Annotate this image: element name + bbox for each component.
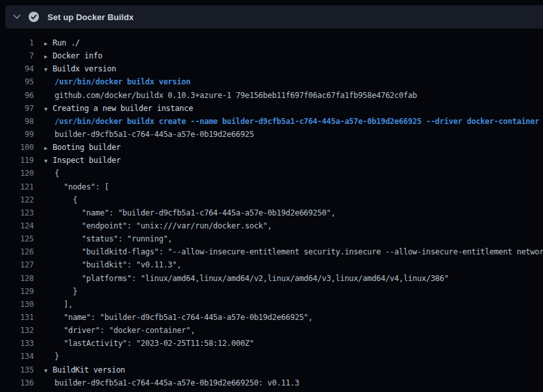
- log-line[interactable]: 119 ▼Inspect builder: [0, 154, 543, 167]
- line-content: "name": "builder-d9cfb5a1-c764-445a-a57e…: [44, 206, 543, 219]
- line-content: ▼BuildKit version: [44, 363, 543, 376]
- line-content: ▶Docker info: [44, 49, 543, 62]
- line-text: "buildkitd-flags": "--allow-insecure-ent…: [55, 247, 543, 256]
- line-number[interactable]: 94: [0, 62, 34, 75]
- log-line: 128 "platforms": "linux/amd64,linux/amd6…: [0, 272, 543, 285]
- triangle-expanded-icon[interactable]: ▼: [44, 154, 53, 167]
- line-number[interactable]: 133: [0, 337, 34, 350]
- line-content: }: [44, 350, 543, 363]
- line-content: builder-d9cfb5a1-c764-445a-a57e-0b19d2e6…: [44, 376, 543, 389]
- line-text: "nodes": [: [55, 182, 109, 191]
- log-line: 120 {: [0, 167, 543, 180]
- triangle-collapsed-icon[interactable]: ▶: [44, 37, 53, 49]
- log-line: 96 github.com/docker/buildx 0.10.3+azure…: [0, 89, 543, 102]
- line-text: Inspect builder: [53, 156, 121, 165]
- line-number[interactable]: 97: [0, 102, 34, 115]
- line-number[interactable]: 96: [0, 89, 34, 102]
- line-number[interactable]: 129: [0, 285, 34, 298]
- log-line: 121 "nodes": [: [0, 180, 543, 193]
- line-number[interactable]: 125: [0, 232, 34, 245]
- line-content: "lastActivity": "2023-02-25T11:58:12.000…: [44, 337, 543, 350]
- line-text: builder-d9cfb5a1-c764-445a-a57e-0b19d2e6…: [55, 378, 299, 387]
- line-number[interactable]: 127: [0, 258, 34, 271]
- log-line: 132 "driver": "docker-container",: [0, 324, 543, 337]
- line-content: "name": "builder-d9cfb5a1-c764-445a-a57e…: [44, 311, 543, 324]
- line-content: ▶Run ./: [44, 36, 543, 49]
- line-number[interactable]: 95: [0, 75, 34, 88]
- log-line: 124 "endpoint": "unix:///var/run/docker.…: [0, 219, 543, 232]
- line-number[interactable]: 1: [0, 36, 34, 49]
- line-number[interactable]: 136: [0, 376, 34, 389]
- triangle-expanded-icon[interactable]: ▼: [44, 63, 53, 75]
- line-text: }: [55, 352, 59, 361]
- log-line: 98 /usr/bin/docker buildx create --name …: [0, 115, 543, 128]
- line-number[interactable]: 98: [0, 115, 34, 128]
- line-content: "buildkitd-flags": "--allow-insecure-ent…: [44, 245, 543, 258]
- log-line[interactable]: 135 ▼BuildKit version: [0, 363, 543, 376]
- triangle-collapsed-icon[interactable]: ▶: [44, 141, 53, 154]
- line-content: github.com/docker/buildx 0.10.3+azure-1 …: [44, 89, 543, 102]
- line-text: "name": "builder-d9cfb5a1-c764-445a-a57e…: [55, 313, 313, 322]
- triangle-collapsed-icon[interactable]: ▶: [44, 50, 53, 62]
- line-number[interactable]: 124: [0, 219, 34, 232]
- log-line[interactable]: 1 ▶Run ./: [0, 36, 543, 49]
- line-text: "name": "builder-d9cfb5a1-c764-445a-a57e…: [55, 208, 335, 217]
- line-text: github.com/docker/buildx 0.10.3+azure-1 …: [55, 91, 417, 100]
- line-content: ▼Buildx version: [44, 62, 543, 75]
- log-line[interactable]: 7 ▶Docker info: [0, 49, 543, 62]
- line-number[interactable]: 135: [0, 363, 34, 376]
- log-line: 131 "name": "builder-d9cfb5a1-c764-445a-…: [0, 311, 543, 324]
- log-line: 127 "buildkit": "v0.11.3",: [0, 258, 543, 271]
- line-text: ],: [55, 300, 73, 309]
- line-number[interactable]: 7: [0, 49, 34, 62]
- line-number[interactable]: 120: [0, 167, 34, 180]
- line-number[interactable]: 132: [0, 324, 34, 337]
- line-number[interactable]: 134: [0, 350, 34, 363]
- line-text: {: [55, 195, 77, 204]
- log-line: 134 }: [0, 350, 543, 363]
- line-content: "nodes": [: [44, 180, 543, 193]
- line-text: "status": "running",: [55, 234, 172, 243]
- log-line: 126 "buildkitd-flags": "--allow-insecure…: [0, 245, 543, 258]
- line-text: /usr/bin/docker buildx version: [55, 77, 190, 86]
- line-number[interactable]: 126: [0, 245, 34, 258]
- line-number[interactable]: 131: [0, 311, 34, 324]
- chevron-down-icon[interactable]: [12, 12, 22, 22]
- line-number[interactable]: 99: [0, 128, 34, 141]
- step-title: Set up Docker Buildx: [47, 12, 134, 22]
- log-line: 129 }: [0, 285, 543, 298]
- line-text: /usr/bin/docker buildx create --name bui…: [55, 117, 539, 126]
- line-text: BuildKit version: [53, 365, 125, 374]
- line-text: Buildx version: [53, 64, 116, 73]
- line-content: ▶Booting builder: [44, 141, 543, 154]
- line-number[interactable]: 122: [0, 193, 34, 206]
- line-text: "lastActivity": "2023-02-25T11:58:12.000…: [55, 339, 254, 348]
- line-content: {: [44, 167, 543, 180]
- line-number[interactable]: 119: [0, 154, 34, 167]
- line-number[interactable]: 121: [0, 180, 34, 193]
- log-lines: 1 ▶Run ./ 7 ▶Docker info 94 ▼Buildx vers…: [0, 29, 543, 392]
- line-text: builder-d9cfb5a1-c764-445a-a57e-0b19d2e6…: [55, 130, 254, 139]
- log-line[interactable]: 97 ▼Creating a new builder instance: [0, 102, 543, 115]
- log-line: 99 builder-d9cfb5a1-c764-445a-a57e-0b19d…: [0, 128, 543, 141]
- line-content: }: [44, 285, 543, 298]
- log-line[interactable]: 94 ▼Buildx version: [0, 62, 543, 75]
- triangle-expanded-icon[interactable]: ▼: [44, 103, 53, 115]
- line-content: "platforms": "linux/amd64,linux/amd64/v2…: [44, 272, 543, 285]
- log-line: 123 "name": "builder-d9cfb5a1-c764-445a-…: [0, 206, 543, 219]
- line-number[interactable]: 100: [0, 141, 34, 154]
- line-number[interactable]: 123: [0, 206, 34, 219]
- step-header[interactable]: Set up Docker Buildx: [5, 5, 543, 29]
- line-content: /usr/bin/docker buildx create --name bui…: [44, 115, 543, 128]
- line-text: {: [55, 169, 59, 178]
- line-content: "endpoint": "unix:///var/run/docker.sock…: [44, 219, 543, 232]
- line-text: Creating a new builder instance: [53, 104, 193, 113]
- log-line[interactable]: 100 ▶Booting builder: [0, 141, 543, 154]
- triangle-expanded-icon[interactable]: ▼: [44, 364, 53, 376]
- line-number[interactable]: 130: [0, 298, 34, 311]
- line-number[interactable]: 128: [0, 272, 34, 285]
- log-line: 136 builder-d9cfb5a1-c764-445a-a57e-0b19…: [0, 376, 543, 389]
- line-text: "buildkit": "v0.11.3",: [55, 260, 181, 269]
- log-line: 133 "lastActivity": "2023-02-25T11:58:12…: [0, 337, 543, 350]
- check-circle-icon: [29, 12, 39, 22]
